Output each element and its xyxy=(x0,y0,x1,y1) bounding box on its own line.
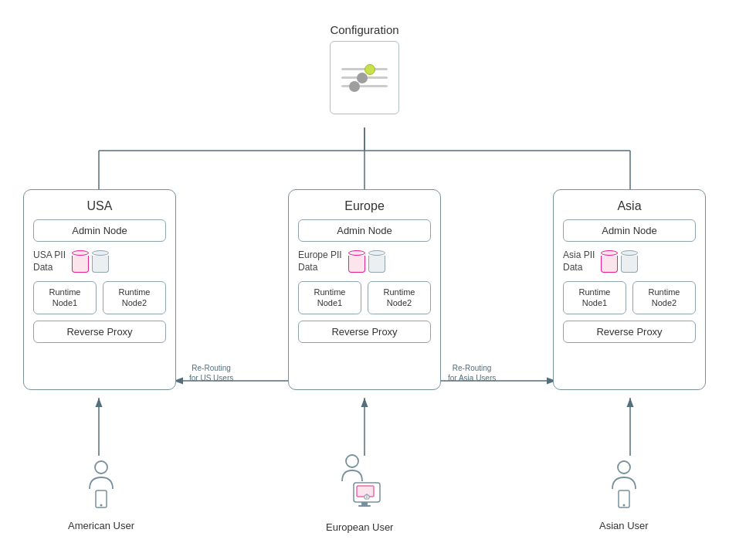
usa-db-group xyxy=(72,250,109,273)
asia-runtime-row: RuntimeNode1 RuntimeNode2 xyxy=(563,281,696,314)
slider-track-1 xyxy=(341,68,388,70)
svg-point-15 xyxy=(100,504,102,507)
asia-db-group xyxy=(601,250,638,273)
asia-runtime-node1: RuntimeNode1 xyxy=(563,281,626,314)
diagram-container: Configuration USA Admin Node USA xyxy=(0,0,729,560)
db-top xyxy=(348,250,365,256)
asia-db-pink xyxy=(601,250,618,273)
europe-reverse-proxy: Reverse Proxy xyxy=(298,321,431,343)
europe-runtime-node2: RuntimeNode2 xyxy=(368,281,431,314)
db-top xyxy=(368,250,385,256)
slider-thumb-gray1 xyxy=(357,73,368,83)
european-user-icon xyxy=(337,452,383,514)
db-top xyxy=(601,250,618,256)
asia-admin-node: Admin Node xyxy=(563,219,696,242)
american-user-icon xyxy=(82,458,120,512)
european-user-group: European User xyxy=(326,452,393,533)
db-body xyxy=(601,256,618,273)
db-top xyxy=(72,250,89,256)
europe-region: Europe Admin Node Europe PIIData Runtime… xyxy=(288,189,441,390)
asia-pii-label: Asia PIIData xyxy=(563,249,595,273)
usa-runtime-node2: RuntimeNode2 xyxy=(103,281,166,314)
svg-marker-1 xyxy=(0,0,6,5)
db-body xyxy=(72,256,89,273)
asia-region: Asia Admin Node Asia PIIData RuntimeNode… xyxy=(553,189,706,390)
db-body xyxy=(368,256,385,273)
db-body xyxy=(621,256,638,273)
configuration-section: Configuration xyxy=(330,23,399,114)
config-card xyxy=(330,41,399,114)
svg-rect-19 xyxy=(361,502,368,505)
europe-pii-section: Europe PIIData xyxy=(298,249,431,273)
europe-runtime-node1: RuntimeNode1 xyxy=(298,281,361,314)
config-label: Configuration xyxy=(330,23,399,36)
asian-user-label: Asian User xyxy=(599,520,649,531)
db-body xyxy=(348,256,365,273)
db-top xyxy=(621,250,638,256)
asian-user-icon xyxy=(605,458,643,512)
slider-row-3 xyxy=(341,85,388,87)
svg-point-16 xyxy=(346,455,358,467)
db-top xyxy=(92,250,109,256)
europe-pii-label: Europe PIIData xyxy=(298,249,342,273)
asian-user-group: Asian User xyxy=(599,458,649,531)
usa-runtime-row: RuntimeNode1 RuntimeNode2 xyxy=(33,281,166,314)
europe-db-pink xyxy=(348,250,365,273)
usa-pii-section: USA PIIData xyxy=(33,249,166,273)
slider-track-3 xyxy=(341,85,388,87)
american-user-label: American User xyxy=(68,520,134,531)
europe-runtime-row: RuntimeNode1 RuntimeNode2 xyxy=(298,281,431,314)
asia-db-gray xyxy=(621,250,638,273)
usa-label: USA xyxy=(33,199,166,213)
svg-point-23 xyxy=(618,461,630,473)
svg-point-25 xyxy=(622,504,625,507)
svg-point-22 xyxy=(366,497,368,498)
usa-admin-node: Admin Node xyxy=(33,219,166,242)
svg-rect-20 xyxy=(358,505,371,507)
asia-label: Asia xyxy=(563,199,696,213)
europe-db-gray xyxy=(368,250,385,273)
asia-pii-section: Asia PIIData xyxy=(563,249,696,273)
svg-point-13 xyxy=(95,461,107,473)
asia-reverse-proxy: Reverse Proxy xyxy=(563,321,696,343)
slider-thumb-gray2 xyxy=(349,81,360,92)
usa-pii-label: USA PIIData xyxy=(33,249,66,273)
asia-runtime-node2: RuntimeNode2 xyxy=(632,281,696,314)
usa-db-gray xyxy=(92,250,109,273)
europe-admin-node: Admin Node xyxy=(298,219,431,242)
slider-track-2 xyxy=(341,76,388,79)
european-user-label: European User xyxy=(326,521,393,533)
usa-reverse-proxy: Reverse Proxy xyxy=(33,321,166,343)
reroute-us-label: Re-Routingfor US Users xyxy=(189,363,233,383)
reroute-asia-label: Re-Routingfor Asia Users xyxy=(448,363,496,383)
db-body xyxy=(92,256,109,273)
usa-region: USA Admin Node USA PIIData RuntimeNode1 … xyxy=(23,189,176,390)
usa-runtime-node1: RuntimeNode1 xyxy=(33,281,97,314)
slider-row-2 xyxy=(341,76,388,79)
europe-label: Europe xyxy=(298,199,431,213)
slider-row-1 xyxy=(341,68,388,70)
usa-db-pink xyxy=(72,250,89,273)
american-user-group: American User xyxy=(68,458,134,531)
svg-marker-0 xyxy=(0,0,6,5)
europe-db-group xyxy=(348,250,385,273)
slider-thumb-green xyxy=(364,64,375,75)
